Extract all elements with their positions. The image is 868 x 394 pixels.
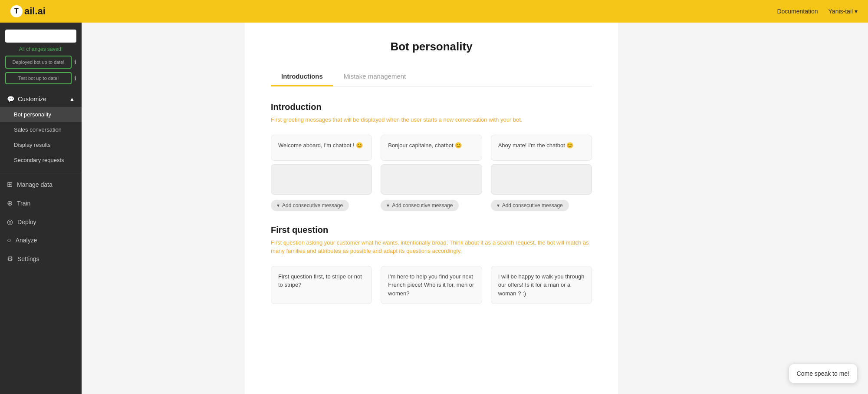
first-question-desc: First question asking your customer what…	[271, 238, 592, 255]
customize-label: Customize	[18, 96, 46, 103]
introduction-cards-grid: Welcome aboard, I'm chatbot ! 😊 ▾ Add co…	[271, 135, 592, 211]
test-info-icon[interactable]: ℹ	[74, 75, 76, 82]
saved-status: All changes saved!	[19, 46, 63, 52]
right-panel	[781, 23, 868, 394]
sidebar-item-train[interactable]: ⊕ Train	[0, 194, 82, 212]
tabs: Introductions Mistake management	[271, 67, 592, 86]
app-body: All changes saved! Deployed bot up to da…	[0, 23, 868, 394]
deploy-button[interactable]: Deployed bot up to date!	[5, 56, 72, 69]
sidebar-item-sales-conversation[interactable]: Sales conversation	[0, 122, 82, 137]
add-consecutive-btn-3[interactable]: ▾ Add consecutive message	[491, 200, 569, 211]
card-col-3: Ahoy mate! I'm the chatbot 😊 ▾ Add conse…	[491, 135, 592, 211]
card-col-1: Welcome aboard, I'm chatbot ! 😊 ▾ Add co…	[271, 135, 372, 211]
first-question-cards-grid: First question first, to stripe or not t…	[271, 266, 592, 305]
sidebar-item-analyze[interactable]: ○ Analyze	[0, 231, 82, 249]
deploy-btn-row: Deployed bot up to date! ℹ	[5, 56, 76, 69]
top-nav: T ail.ai Documentation Yanis-tail ▾	[0, 0, 868, 23]
page-title: Bot personality	[271, 40, 592, 53]
train-label: Train	[17, 200, 30, 207]
add-icon-1: ▾	[277, 202, 279, 209]
documentation-link[interactable]: Documentation	[777, 8, 818, 15]
analyze-label: Analyze	[16, 237, 37, 244]
search-input[interactable]	[5, 30, 76, 43]
test-button[interactable]: Test bot up to date!	[5, 72, 72, 84]
divider-1	[0, 173, 82, 173]
sidebar-item-deploy[interactable]: ◎ Deploy	[0, 212, 82, 231]
logo-text: ail.ai	[24, 6, 46, 17]
sidebar-item-secondary-requests[interactable]: Secondary requests	[0, 152, 82, 168]
introduction-desc: First greeting messages that will be dis…	[271, 116, 592, 124]
add-consecutive-btn-1[interactable]: ▾ Add consecutive message	[271, 200, 349, 211]
sidebar-item-display-results[interactable]: Display results	[0, 137, 82, 152]
customize-section: 💬 Customize ▲ Bot personality Sales conv…	[0, 88, 82, 171]
sidebar-item-bot-personality[interactable]: Bot personality	[0, 107, 82, 122]
tab-introductions[interactable]: Introductions	[271, 67, 333, 86]
main-content: Bot personality Introductions Mistake ma…	[82, 23, 781, 394]
fq-card-3[interactable]: I will be happy to walk you through our …	[491, 266, 592, 305]
add-icon-3: ▾	[497, 202, 500, 209]
fq-card-2[interactable]: I'm here to help you find your next Fren…	[381, 266, 482, 305]
settings-label: Settings	[17, 255, 39, 262]
chevron-up-icon: ▲	[69, 96, 75, 102]
intro-card-2-msg-1[interactable]: Bonjour capitaine, chatbot 😊	[381, 135, 482, 161]
train-icon: ⊕	[7, 199, 13, 207]
content-panel: Bot personality Introductions Mistake ma…	[245, 23, 618, 394]
manage-data-label: Manage data	[17, 181, 53, 188]
chat-bubble[interactable]: Come speak to me!	[789, 364, 858, 384]
introduction-section: Introduction First greeting messages tha…	[271, 102, 592, 211]
first-question-section: First question First question asking you…	[271, 225, 592, 305]
logo: T ail.ai	[10, 5, 46, 17]
analyze-icon: ○	[7, 236, 11, 244]
customize-header[interactable]: 💬 Customize ▲	[0, 91, 82, 107]
deploy-label: Deploy	[17, 219, 36, 225]
tab-mistake-management[interactable]: Mistake management	[333, 67, 416, 86]
intro-card-1-msg-1[interactable]: Welcome aboard, I'm chatbot ! 😊	[271, 135, 372, 161]
sidebar: All changes saved! Deployed bot up to da…	[0, 23, 82, 394]
sidebar-item-manage-data[interactable]: ⊞ Manage data	[0, 175, 82, 194]
fq-card-1[interactable]: First question first, to stripe or not t…	[271, 266, 372, 305]
settings-icon: ⚙	[7, 255, 13, 263]
chat-icon: 💬	[7, 96, 14, 103]
deploy-info-icon[interactable]: ℹ	[74, 59, 76, 66]
sidebar-top: All changes saved! Deployed bot up to da…	[0, 23, 82, 88]
deploy-icon: ◎	[7, 218, 13, 226]
add-icon-2: ▾	[387, 202, 389, 209]
intro-card-1-msg-2[interactable]	[271, 164, 372, 195]
nav-right: Documentation Yanis-tail ▾	[777, 8, 858, 15]
introduction-title: Introduction	[271, 102, 592, 112]
user-menu[interactable]: Yanis-tail ▾	[829, 8, 858, 15]
intro-card-3-msg-1[interactable]: Ahoy mate! I'm the chatbot 😊	[491, 135, 592, 161]
logo-icon: T	[10, 5, 23, 17]
intro-card-2-msg-2[interactable]	[381, 164, 482, 195]
card-col-2: Bonjour capitaine, chatbot 😊 ▾ Add conse…	[381, 135, 482, 211]
intro-card-3-msg-2[interactable]	[491, 164, 592, 195]
first-question-title: First question	[271, 225, 592, 235]
sidebar-item-settings[interactable]: ⚙ Settings	[0, 249, 82, 268]
grid-icon: ⊞	[7, 180, 13, 189]
add-consecutive-btn-2[interactable]: ▾ Add consecutive message	[381, 200, 459, 211]
test-btn-row: Test bot up to date! ℹ	[5, 72, 76, 84]
